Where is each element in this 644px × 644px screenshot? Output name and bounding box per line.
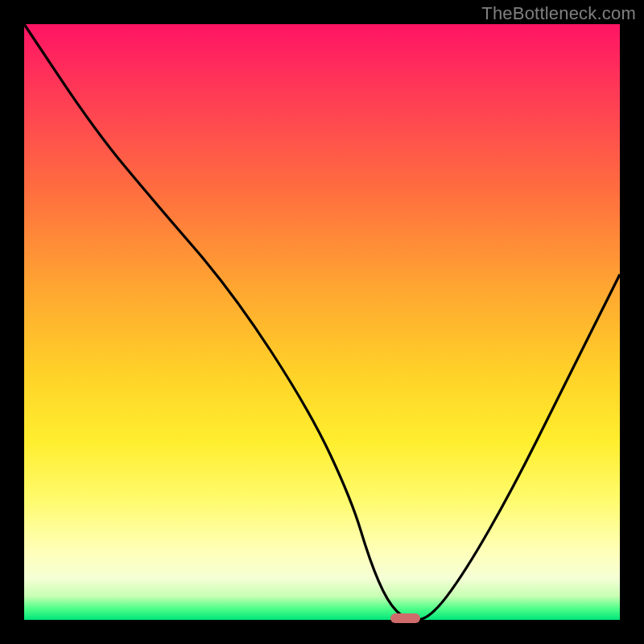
chart-frame: TheBottleneck.com (0, 0, 644, 644)
curve-path (24, 24, 620, 620)
watermark-text: TheBottleneck.com (481, 3, 636, 24)
bottleneck-curve (24, 24, 620, 620)
plot-area (24, 24, 620, 620)
sweet-spot-marker (390, 613, 420, 623)
